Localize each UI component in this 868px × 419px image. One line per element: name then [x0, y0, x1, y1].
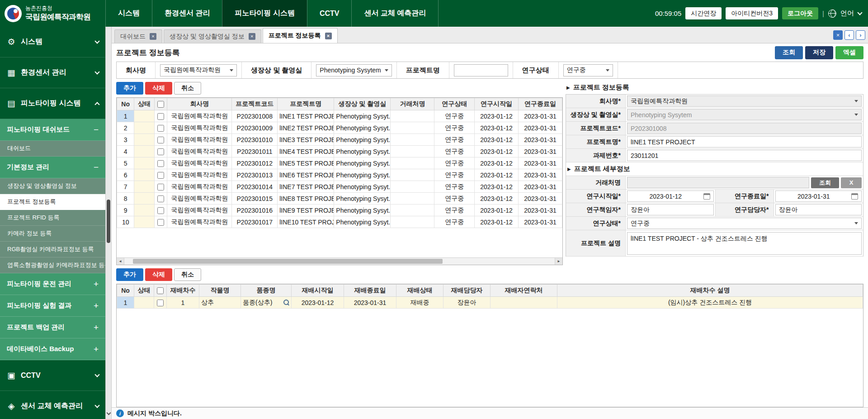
row-checkbox[interactable]: [157, 160, 164, 167]
filter-company-select[interactable]: 국립원예특작과학원: [160, 64, 237, 76]
tab-close-icon[interactable]: ×: [325, 33, 332, 39]
column-header-status[interactable]: 상태: [134, 98, 154, 110]
grid-row[interactable]: 3국립원예특작과학원P202301010lINE3 TEST PROJECTPh…: [117, 134, 562, 146]
select-all-header[interactable]: [154, 98, 167, 110]
client-clear-button[interactable]: X: [841, 177, 862, 188]
column-header-no[interactable]: No: [117, 98, 134, 110]
topmenu-item[interactable]: CCTV: [307, 0, 352, 27]
column-header-start[interactable]: 재배시작일: [292, 285, 344, 297]
sidebar-group[interactable]: 피노타이핑 대쉬보드−: [0, 119, 105, 141]
sidebar-group[interactable]: 피노타이핑 운전 관리+: [0, 273, 105, 295]
topmenu-item[interactable]: 센서 교체 예측관리: [351, 0, 439, 27]
column-header-crop[interactable]: 작물명: [199, 285, 241, 297]
grid-row[interactable]: 6국립원예특작과학원P202301013lINE6 TEST PROJECTPh…: [117, 169, 562, 181]
column-header-end[interactable]: 재배종료일: [344, 285, 396, 297]
add-button[interactable]: 추가: [116, 268, 143, 281]
client-search-button[interactable]: 조회: [811, 177, 839, 188]
sidebar-item[interactable]: 카메라 정보 등록: [0, 226, 105, 242]
row-checkbox[interactable]: [157, 113, 164, 120]
sidebar-item[interactable]: 대쉬보드: [0, 141, 105, 157]
sidebar-item-active[interactable]: 프로젝트 정보등록: [0, 194, 105, 210]
select-all-header[interactable]: [154, 285, 167, 297]
sidebar-scrollbar-thumb[interactable]: [107, 200, 110, 243]
sidebar-item[interactable]: 생장상 및 영상촬영실 정보: [0, 178, 105, 194]
sidebar-item[interactable]: 엽록소형광촬영실 카메라좌표정보 등록: [0, 257, 105, 273]
sidebar-item[interactable]: RGB촬영실 카메라좌표정보 등록: [0, 242, 105, 257]
sidebar-group[interactable]: 피노타이핑 실험 결과+: [0, 295, 105, 317]
room-select[interactable]: Phenotyping Sysytem: [627, 109, 862, 120]
logout-button[interactable]: 로그아웃: [782, 7, 818, 19]
row-checkbox[interactable]: [157, 300, 164, 306]
sidebar-group[interactable]: 프로젝트 백업 관리+: [0, 317, 105, 338]
sidebar-item[interactable]: 프로젝트 RFID 등록: [0, 210, 105, 226]
description-textarea[interactable]: lINE1 TEST PROJECT - 상추 건조스트레스 진행: [627, 232, 862, 255]
end-date-input[interactable]: 2023-01-31: [775, 190, 862, 202]
language-label[interactable]: 언어: [840, 9, 854, 18]
grid-row[interactable]: 10국립원예특작과학원P202301017lINE10 TEST PROJE..…: [117, 216, 562, 228]
save-button[interactable]: 저장: [805, 46, 833, 59]
grid-row[interactable]: 2국립원예특작과학원P202301009lINE2 TEST PROJECTPh…: [117, 122, 562, 134]
row-checkbox[interactable]: [157, 137, 164, 143]
company-select[interactable]: 국립원예특작과학원: [627, 95, 862, 107]
tab-close-icon[interactable]: ×: [150, 33, 156, 40]
scrollbar-thumb[interactable]: [133, 259, 443, 264]
leader-input[interactable]: 장윤아: [627, 204, 714, 215]
start-date-input[interactable]: 2023-01-12: [627, 190, 714, 202]
tab-close-icon[interactable]: ×: [249, 33, 255, 40]
project-name-input[interactable]: lINE1 TEST PROJECT: [627, 136, 862, 148]
grid-row[interactable]: 4국립원예특작과학원P202301011lINE4 TEST PROJECTPh…: [117, 146, 562, 157]
row-checkbox[interactable]: [157, 219, 164, 226]
prev-tab-button[interactable]: ‹: [844, 30, 854, 40]
calendar-icon[interactable]: [851, 193, 858, 200]
column-header-status[interactable]: 연구상태: [434, 98, 475, 110]
sidebar-section[interactable]: ▣CCTV: [0, 360, 105, 391]
column-header-status[interactable]: 재배상태: [396, 285, 443, 297]
sidebar-section[interactable]: ⚙시스템: [0, 27, 105, 57]
row-checkbox[interactable]: [157, 207, 164, 214]
extend-time-button[interactable]: 시간연장: [685, 7, 722, 19]
select-all-checkbox[interactable]: [157, 287, 164, 294]
globe-icon[interactable]: [828, 10, 836, 18]
grid-row[interactable]: 5국립원예특작과학원P202301012lINE5 TEST PROJECTPh…: [117, 157, 562, 169]
manager-input[interactable]: 장윤아: [775, 204, 862, 215]
row-checkbox[interactable]: [157, 172, 164, 179]
delete-button[interactable]: 삭제: [145, 268, 172, 281]
grid-row[interactable]: 8국립원예특작과학원P202301015lINE8 TEST PROJECTPh…: [117, 193, 562, 205]
row-checkbox[interactable]: [157, 125, 164, 132]
add-button[interactable]: 추가: [116, 82, 143, 95]
next-tab-button[interactable]: ›: [856, 30, 865, 40]
sidebar-group[interactable]: 데이타베이스 Backup+: [0, 338, 105, 360]
column-header-desc[interactable]: 재배차수 설명: [557, 285, 863, 297]
task-no-input[interactable]: 23011201: [627, 150, 862, 161]
sidebar-section[interactable]: ▦환경센서 관리: [0, 57, 105, 88]
column-header-room[interactable]: 생장상 및 촬영실: [334, 98, 391, 110]
research-status-select[interactable]: 연구중: [627, 218, 862, 229]
excel-button[interactable]: 엑셀: [835, 46, 863, 59]
filter-room-select[interactable]: Phenotyping Sysytem: [316, 64, 392, 76]
scroll-right-icon[interactable]: ►: [555, 258, 562, 265]
sidebar-section[interactable]: ◈센서 교체 예측관리: [0, 391, 105, 419]
column-header-company[interactable]: 회사명: [167, 98, 231, 110]
grid-row[interactable]: 9국립원예특작과학원P202301016lINE9 TEST PROJECTPh…: [117, 205, 562, 216]
filter-status-select[interactable]: 연구중: [563, 64, 613, 76]
tab[interactable]: 프로젝트 정보등록×: [263, 28, 338, 43]
sidebar-group[interactable]: 기본정보 관리−: [0, 157, 105, 178]
delete-button[interactable]: 삭제: [145, 82, 172, 95]
sidebar-splitter[interactable]: [105, 27, 112, 419]
cancel-button[interactable]: 취소: [174, 268, 201, 281]
column-header-code[interactable]: 프로젝트코드: [232, 98, 278, 110]
sidebar-section[interactable]: ▤피노타이핑 시스템: [0, 88, 105, 119]
column-header-end[interactable]: 연구종료일: [519, 98, 562, 110]
row-checkbox[interactable]: [157, 184, 164, 190]
search-button[interactable]: 조회: [775, 46, 803, 59]
row-checkbox[interactable]: [157, 148, 164, 155]
filter-project-input[interactable]: [454, 64, 508, 76]
select-all-checkbox[interactable]: [157, 101, 164, 108]
column-header-order[interactable]: 재배차수: [167, 285, 199, 297]
column-header-start[interactable]: 연구시작일: [475, 98, 519, 110]
cancel-button[interactable]: 취소: [174, 82, 201, 95]
grid-row[interactable]: 1국립원예특작과학원P202301008lINE1 TEST PROJECTPh…: [117, 110, 562, 122]
version-button[interactable]: 아이티컨버전3: [726, 7, 778, 19]
column-header-no[interactable]: No: [117, 285, 134, 297]
grid-row[interactable]: 7국립원예특작과학원P202301014lINE7 TEST PROJECTPh…: [117, 181, 562, 193]
